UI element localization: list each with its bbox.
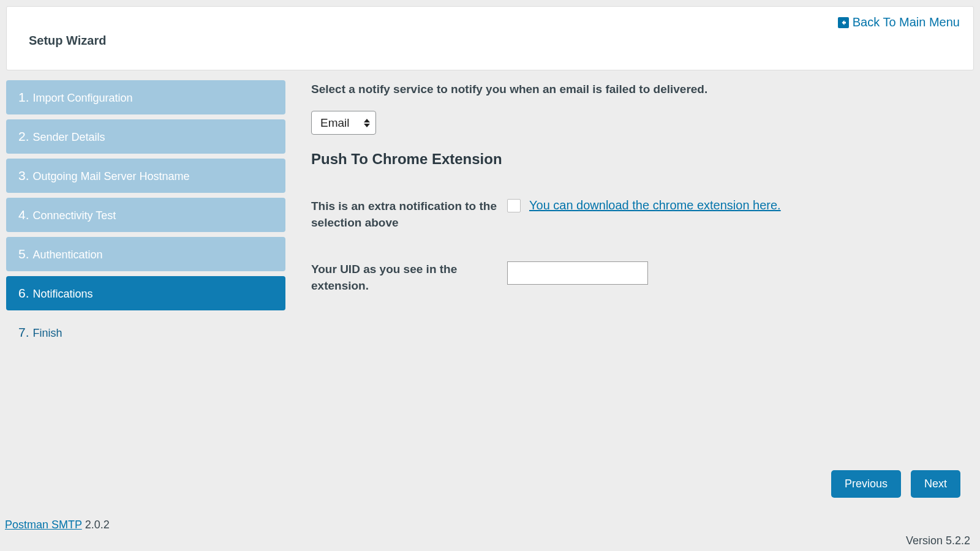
step-label: Sender Details (33, 131, 105, 144)
notify-service-select[interactable]: Email (311, 111, 376, 135)
chrome-extension-download-link[interactable]: You can download the chrome extension he… (529, 198, 781, 212)
uid-input[interactable] (507, 261, 648, 285)
chrome-extension-checkbox[interactable] (507, 199, 521, 212)
step-authentication[interactable]: 5. Authentication (6, 237, 285, 271)
step-label: Connectivity Test (33, 209, 116, 222)
step-label: Notifications (33, 288, 93, 301)
header-card: Back To Main Menu Setup Wizard (6, 6, 974, 70)
wizard-steps: 1. Import Configuration 2. Sender Detail… (6, 80, 285, 350)
step-label: Authentication (33, 249, 103, 261)
step-number: 2. (18, 129, 29, 144)
step-label: Finish (33, 327, 62, 340)
step-number: 4. (18, 208, 29, 222)
step-notifications[interactable]: 6. Notifications (6, 276, 285, 310)
step-import-configuration[interactable]: 1. Import Configuration (6, 80, 285, 114)
wizard-body: 1. Import Configuration 2. Sender Detail… (6, 80, 974, 350)
step-label: Outgoing Mail Server Hostname (33, 170, 190, 183)
step-sender-details[interactable]: 2. Sender Details (6, 119, 285, 154)
extra-notification-label: This is an extra notification to the sel… (311, 198, 507, 231)
product-link[interactable]: Postman SMTP (5, 519, 82, 531)
back-to-main-menu-link[interactable]: Back To Main Menu (838, 15, 960, 29)
wizard-nav-buttons: Previous Next (831, 470, 960, 498)
step-connectivity-test[interactable]: 4. Connectivity Test (6, 198, 285, 232)
uid-row: Your UID as you see in the extension. (311, 261, 962, 294)
platform-version: Version 5.2.2 (906, 534, 970, 547)
step-content: Select a notify service to notify you wh… (311, 80, 974, 350)
step-outgoing-mail-server-hostname[interactable]: 3. Outgoing Mail Server Hostname (6, 159, 285, 193)
previous-button[interactable]: Previous (831, 470, 901, 498)
back-link-label: Back To Main Menu (853, 15, 960, 29)
extra-notification-row: This is an extra notification to the sel… (311, 198, 962, 231)
step-number: 3. (18, 168, 29, 183)
product-version: 2.0.2 (85, 519, 110, 531)
notify-service-select-wrap: Email (311, 111, 376, 135)
step-label: Import Configuration (33, 92, 133, 105)
next-button[interactable]: Next (911, 470, 960, 498)
step-finish[interactable]: 7. Finish (6, 315, 285, 350)
page-title: Setup Wizard (29, 34, 959, 48)
step-number: 1. (18, 90, 29, 105)
notify-prompt: Select a notify service to notify you wh… (311, 83, 962, 96)
step-number: 6. (18, 286, 29, 301)
step-number: 7. (18, 325, 29, 340)
step-number: 5. (18, 247, 29, 261)
uid-label: Your UID as you see in the extension. (311, 261, 507, 294)
footer-left: Postman SMTP 2.0.2 (5, 519, 110, 531)
arrow-left-icon (838, 17, 849, 28)
push-to-chrome-heading: Push To Chrome Extension (311, 151, 962, 168)
